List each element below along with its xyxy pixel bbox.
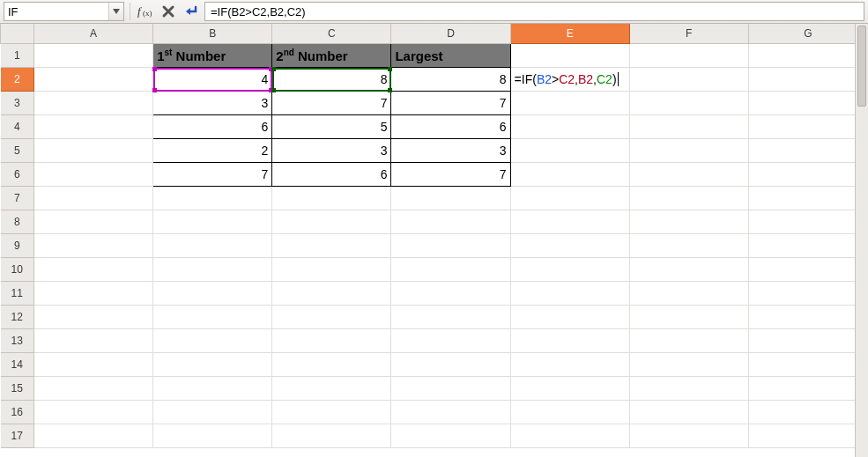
cell-G14[interactable] bbox=[748, 353, 867, 377]
cell-B2[interactable]: 4 bbox=[153, 68, 272, 92]
cell-A4[interactable] bbox=[34, 115, 153, 139]
cell-E17[interactable] bbox=[510, 424, 629, 448]
cell-G6[interactable] bbox=[748, 163, 867, 187]
cell-G4[interactable] bbox=[748, 115, 867, 139]
cell-D1[interactable]: Largest bbox=[391, 44, 510, 68]
cell-B10[interactable] bbox=[153, 258, 272, 282]
name-box-input[interactable] bbox=[4, 3, 108, 20]
row-header-11[interactable]: 11 bbox=[1, 282, 34, 306]
cell-E3[interactable] bbox=[510, 92, 629, 115]
cell-A14[interactable] bbox=[34, 353, 153, 377]
cell-E9[interactable] bbox=[510, 234, 629, 258]
cell-E14[interactable] bbox=[510, 353, 629, 377]
cell-F3[interactable] bbox=[629, 92, 748, 115]
cell-F8[interactable] bbox=[629, 210, 748, 234]
cell-G10[interactable] bbox=[748, 258, 867, 282]
scrollbar-thumb[interactable] bbox=[857, 26, 866, 107]
cell-D9[interactable] bbox=[391, 234, 510, 258]
cell-A16[interactable] bbox=[34, 401, 153, 424]
cell-E8[interactable] bbox=[510, 210, 629, 234]
cell-F9[interactable] bbox=[629, 234, 748, 258]
cell-A7[interactable] bbox=[34, 187, 153, 210]
cell-C1[interactable]: 2nd Number bbox=[272, 44, 391, 68]
col-header-G[interactable]: G bbox=[748, 24, 867, 44]
function-wizard-button[interactable]: f (x) bbox=[136, 2, 155, 21]
cell-E4[interactable] bbox=[510, 115, 629, 139]
cell-F6[interactable] bbox=[629, 163, 748, 187]
cell-F15[interactable] bbox=[629, 377, 748, 401]
cell-G15[interactable] bbox=[748, 377, 867, 401]
col-header-B[interactable]: B bbox=[153, 24, 272, 44]
cell-F2[interactable] bbox=[629, 68, 748, 92]
cell-E15[interactable] bbox=[510, 377, 629, 401]
row-header-10[interactable]: 10 bbox=[1, 258, 34, 282]
cell-B6[interactable]: 7 bbox=[153, 163, 272, 187]
cell-F16[interactable] bbox=[629, 401, 748, 424]
cell-B3[interactable]: 3 bbox=[153, 92, 272, 115]
cell-F5[interactable] bbox=[629, 139, 748, 163]
cell-G13[interactable] bbox=[748, 329, 867, 353]
cell-B14[interactable] bbox=[153, 353, 272, 377]
cell-G7[interactable] bbox=[748, 187, 867, 210]
row-header-1[interactable]: 1 bbox=[1, 44, 34, 68]
row-header-13[interactable]: 13 bbox=[1, 329, 34, 353]
row-header-6[interactable]: 6 bbox=[1, 163, 34, 187]
cell-B16[interactable] bbox=[153, 401, 272, 424]
cell-B7[interactable] bbox=[153, 187, 272, 210]
row-header-12[interactable]: 12 bbox=[1, 306, 34, 329]
cell-A9[interactable] bbox=[34, 234, 153, 258]
cell-F12[interactable] bbox=[629, 306, 748, 329]
row-header-14[interactable]: 14 bbox=[1, 353, 34, 377]
cell-A13[interactable] bbox=[34, 329, 153, 353]
cell-D15[interactable] bbox=[391, 377, 510, 401]
cell-C16[interactable] bbox=[272, 401, 391, 424]
cell-A3[interactable] bbox=[34, 92, 153, 115]
cell-B15[interactable] bbox=[153, 377, 272, 401]
cell-E16[interactable] bbox=[510, 401, 629, 424]
cell-E10[interactable] bbox=[510, 258, 629, 282]
cell-C6[interactable]: 6 bbox=[272, 163, 391, 187]
cell-B4[interactable]: 6 bbox=[153, 115, 272, 139]
cell-C2[interactable]: 8 bbox=[272, 68, 391, 92]
cell-E6[interactable] bbox=[510, 163, 629, 187]
cell-D2[interactable]: 8 bbox=[391, 68, 510, 92]
cell-B17[interactable] bbox=[153, 424, 272, 448]
cell-C10[interactable] bbox=[272, 258, 391, 282]
cell-G3[interactable] bbox=[748, 92, 867, 115]
select-all-corner[interactable] bbox=[1, 24, 34, 44]
cell-C12[interactable] bbox=[272, 306, 391, 329]
cell-E7[interactable] bbox=[510, 187, 629, 210]
cell-B8[interactable] bbox=[153, 210, 272, 234]
cell-B5[interactable]: 2 bbox=[153, 139, 272, 163]
col-header-C[interactable]: C bbox=[272, 24, 391, 44]
row-header-3[interactable]: 3 bbox=[1, 92, 34, 115]
grid[interactable]: A B C D E F G 11st Number2nd NumberLarge… bbox=[0, 24, 868, 448]
cell-A11[interactable] bbox=[34, 282, 153, 306]
cell-D17[interactable] bbox=[391, 424, 510, 448]
cell-C13[interactable] bbox=[272, 329, 391, 353]
cell-D3[interactable]: 7 bbox=[391, 92, 510, 115]
row-header-8[interactable]: 8 bbox=[1, 210, 34, 234]
row-header-17[interactable]: 17 bbox=[1, 424, 34, 448]
cell-A10[interactable] bbox=[34, 258, 153, 282]
cell-C15[interactable] bbox=[272, 377, 391, 401]
cell-A1[interactable] bbox=[34, 44, 153, 68]
cell-C17[interactable] bbox=[272, 424, 391, 448]
cell-G16[interactable] bbox=[748, 401, 867, 424]
accept-button[interactable] bbox=[182, 2, 201, 21]
cell-B1[interactable]: 1st Number bbox=[153, 44, 272, 68]
cell-C7[interactable] bbox=[272, 187, 391, 210]
cell-E13[interactable] bbox=[510, 329, 629, 353]
vertical-scrollbar[interactable] bbox=[855, 24, 868, 457]
row-header-4[interactable]: 4 bbox=[1, 115, 34, 139]
cell-F14[interactable] bbox=[629, 353, 748, 377]
cell-D16[interactable] bbox=[391, 401, 510, 424]
cell-A6[interactable] bbox=[34, 163, 153, 187]
cell-C14[interactable] bbox=[272, 353, 391, 377]
cell-E12[interactable] bbox=[510, 306, 629, 329]
cell-F10[interactable] bbox=[629, 258, 748, 282]
cell-G8[interactable] bbox=[748, 210, 867, 234]
cell-E11[interactable] bbox=[510, 282, 629, 306]
cancel-button[interactable] bbox=[159, 2, 178, 21]
cell-C3[interactable]: 7 bbox=[272, 92, 391, 115]
